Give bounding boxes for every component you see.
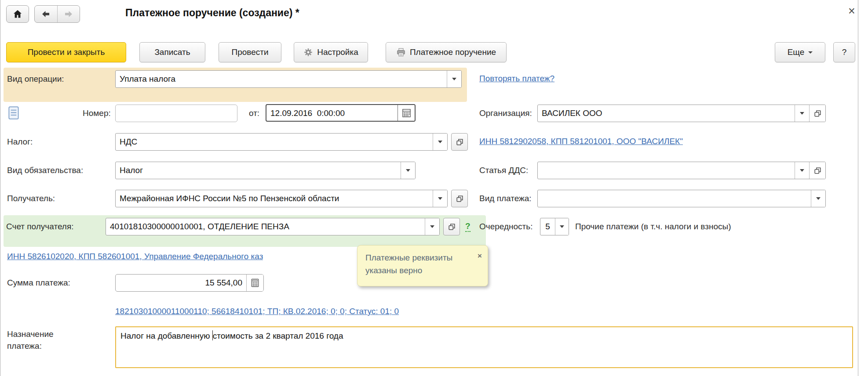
help-label: ? — [842, 47, 847, 57]
post-label: Провести — [231, 47, 268, 57]
payment-type-dropdown[interactable] — [811, 190, 825, 207]
recipient-account-open-button[interactable] — [443, 218, 460, 235]
close-icon[interactable]: × — [844, 4, 859, 18]
post-and-close-button[interactable]: Провести и закрыть — [6, 42, 126, 62]
open-icon — [813, 109, 822, 118]
more-label: Еще — [788, 47, 805, 57]
recipient-dropdown[interactable] — [433, 190, 447, 207]
page-title: Платежное поручение (создание) * — [125, 7, 299, 19]
recipient-open-button[interactable] — [451, 190, 468, 207]
open-icon — [456, 195, 464, 203]
tax-value[interactable]: НДС — [116, 134, 433, 150]
print-payment-order-button[interactable]: Платежное поручение — [386, 42, 507, 62]
back-button[interactable] — [35, 6, 57, 22]
amount-calculator-button[interactable] — [246, 275, 263, 291]
printer-icon — [396, 47, 406, 57]
forward-icon — [63, 9, 74, 19]
organization-details-link[interactable]: ИНН 5812902058, КПП 581201001, ООО "ВАСИ… — [479, 137, 683, 146]
priority-field[interactable]: 5 — [540, 218, 569, 235]
requisites-tooltip: Платежные реквизиты указаны верно × — [357, 245, 488, 286]
organization-dropdown[interactable] — [795, 105, 809, 122]
purpose-textarea[interactable]: Налог на добавленную стоимость за 2 квар… — [115, 326, 853, 368]
recipient-field[interactable]: Межрайонная ИФНС России №5 по Пензенской… — [115, 190, 448, 207]
account-check-link[interactable]: ? — [465, 221, 470, 232]
purpose-text-before: Налог на добавленную — [120, 331, 212, 340]
dropdown-icon — [816, 197, 821, 200]
dropdown-icon — [560, 225, 564, 228]
print-payment-order-label: Платежное поручение — [410, 47, 496, 57]
tax-dropdown[interactable] — [433, 134, 447, 150]
amount-label: Сумма платежа: — [7, 274, 70, 292]
document-icon[interactable] — [7, 105, 20, 120]
settings-label: Настройка — [317, 47, 358, 57]
organization-value[interactable]: ВАСИЛЕК ООО — [538, 105, 795, 122]
recipient-account-field[interactable]: 40101810300000010001, ОТДЕЛЕНИЕ ПЕНЗА — [106, 218, 440, 235]
obligation-type-label: Вид обязательства: — [7, 162, 83, 179]
operation-type-value[interactable]: Уплата налога — [116, 71, 447, 87]
operation-type-label: Вид операции: — [7, 70, 64, 88]
tax-open-button[interactable] — [451, 133, 468, 151]
dropdown-icon — [800, 169, 804, 172]
number-value[interactable] — [116, 105, 237, 122]
dropdown-icon — [452, 78, 456, 80]
tooltip-line1: Платежные реквизиты — [365, 251, 480, 264]
tooltip-line2: указаны верно — [365, 264, 480, 277]
organization-open-button[interactable] — [809, 105, 825, 122]
payment-type-label: Вид платежа: — [479, 190, 532, 207]
forward-button[interactable] — [57, 6, 80, 22]
more-button[interactable]: Еще — [775, 42, 825, 62]
write-label: Записать — [154, 47, 190, 57]
recipient-account-dropdown[interactable] — [425, 218, 439, 235]
priority-label: Очередность: — [479, 218, 533, 235]
payment-type-field[interactable] — [537, 190, 826, 207]
calculator-icon — [251, 278, 259, 287]
recipient-value[interactable]: Межрайонная ИФНС России №5 по Пензенской… — [116, 190, 433, 207]
settings-button[interactable]: Настройка — [294, 42, 368, 62]
cash-flow-item-field[interactable] — [537, 162, 826, 179]
operation-type-field[interactable]: Уплата налога — [115, 70, 462, 88]
number-label: Номер: — [83, 105, 111, 122]
operation-type-dropdown[interactable] — [447, 71, 461, 87]
amount-field[interactable]: 15 554,00 — [115, 274, 264, 292]
purpose-label: Назначение платежа: — [7, 328, 77, 352]
history-nav-group — [34, 5, 80, 23]
cash-flow-item-open-button[interactable] — [809, 162, 825, 179]
tax-field[interactable]: НДС — [115, 133, 448, 151]
gear-icon — [303, 47, 313, 57]
date-field[interactable]: 12.09.2016 0:00:00 — [266, 104, 416, 122]
window-right-border — [858, 0, 858, 376]
post-button[interactable]: Провести — [219, 42, 281, 62]
tax-label: Налог: — [7, 133, 33, 151]
cash-flow-item-value[interactable] — [538, 162, 795, 179]
dropdown-icon — [406, 169, 410, 172]
recipient-details-link[interactable]: ИНН 5826102020, КПП 582601001, Управлени… — [7, 252, 263, 261]
kbk-details-link[interactable]: 18210301000011000110; 56618410101; ТП; К… — [115, 307, 399, 316]
recipient-label: Получатель: — [7, 190, 55, 207]
purpose-text-after: стоимость за 2 квартал 2016 года — [213, 331, 343, 340]
calendar-icon — [402, 108, 411, 118]
home-button[interactable] — [6, 5, 29, 23]
priority-dropdown[interactable] — [555, 218, 569, 235]
obligation-type-dropdown[interactable] — [401, 162, 415, 179]
write-button[interactable]: Записать — [139, 42, 205, 62]
dropdown-icon — [438, 197, 442, 200]
obligation-type-field[interactable]: Налог — [115, 162, 416, 179]
cash-flow-item-dropdown[interactable] — [795, 162, 809, 179]
date-calendar-button[interactable] — [398, 105, 415, 121]
number-field[interactable] — [115, 105, 237, 122]
help-button[interactable]: ? — [833, 42, 855, 62]
payment-type-value[interactable] — [538, 190, 811, 207]
priority-value[interactable]: 5 — [540, 218, 555, 235]
open-icon — [456, 138, 464, 146]
recipient-account-value[interactable]: 40101810300000010001, ОТДЕЛЕНИЕ ПЕНЗА — [106, 218, 425, 235]
back-icon — [40, 9, 51, 19]
amount-value[interactable]: 15 554,00 — [116, 275, 246, 291]
tooltip-close-icon[interactable]: × — [478, 252, 482, 260]
date-label: от: — [249, 105, 259, 122]
home-icon — [12, 9, 23, 19]
obligation-type-value[interactable]: Налог — [116, 162, 401, 179]
organization-field[interactable]: ВАСИЛЕК ООО — [537, 105, 826, 122]
repeat-payment-link[interactable]: Повторять платеж? — [479, 74, 554, 83]
recipient-account-label: Счет получателя: — [6, 218, 73, 235]
date-value[interactable]: 12.09.2016 0:00:00 — [266, 105, 398, 121]
